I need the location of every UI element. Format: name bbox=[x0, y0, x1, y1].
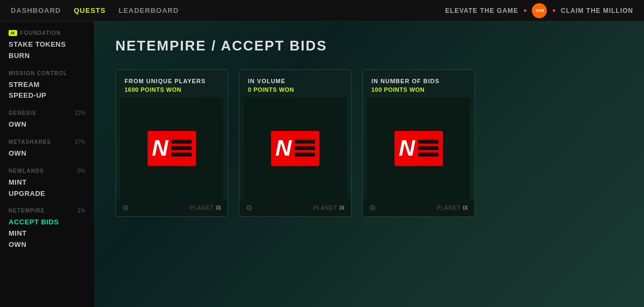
nav-quests[interactable]: QUESTS bbox=[74, 6, 106, 14]
card-header-1: FROM UNIQUE PLAYERS 1600 POINTS WON bbox=[116, 70, 228, 97]
n-logo-1: N bbox=[148, 131, 196, 166]
card-category-3: IN NUMBER OF BIDS bbox=[371, 77, 466, 85]
sidebar-link-newlands-upgrade[interactable]: UPGRADE bbox=[9, 188, 85, 200]
planet-text-2: PLANET bbox=[313, 205, 338, 211]
card-image-1: N bbox=[120, 97, 223, 199]
sidebar-link-metashares-own[interactable]: OWN bbox=[9, 148, 85, 159]
planet-text-1: PLANET bbox=[190, 205, 214, 211]
planet-text-3: PLANET bbox=[437, 205, 461, 211]
dot-icon-2: • bbox=[552, 6, 555, 16]
nav-leaderboard[interactable]: LEADERBOARD bbox=[119, 6, 179, 14]
section-percent-metashares: 27% bbox=[75, 139, 85, 145]
n-logo-2: N bbox=[271, 131, 319, 166]
section-header-genesis: GENESIS 22% bbox=[9, 110, 85, 116]
card-points-2: 0 POINTS WON bbox=[248, 86, 342, 93]
sidebar-link-stream[interactable]: STREAM bbox=[9, 79, 85, 91]
section-title-netempire: NETEMPIRE bbox=[9, 208, 45, 214]
quest-card-volume: IN VOLUME 0 POINTS WON N ⚙ bbox=[239, 69, 352, 217]
section-header-netempire: NETEMPIRE 1% bbox=[9, 208, 85, 214]
card-footer-icon-2: ⚙ bbox=[246, 203, 253, 212]
section-title-newlands: NEWLANDS bbox=[9, 168, 44, 174]
n-line-3c bbox=[418, 153, 438, 157]
card-image-3: N bbox=[367, 97, 470, 199]
card-header-2: IN VOLUME 0 POINTS WON bbox=[239, 70, 351, 97]
planet-ix-brand-2: PLANET IX bbox=[313, 205, 345, 211]
card-category-2: IN VOLUME bbox=[248, 77, 342, 85]
section-percent-genesis: 22% bbox=[75, 110, 85, 116]
section-header-foundation: IX FOUNDATION bbox=[9, 30, 85, 36]
ix-text-2: IX bbox=[338, 205, 345, 211]
card-footer-icon-3: ⚙ bbox=[369, 203, 376, 212]
sidebar-section-metashares: METASHARES 27% OWN bbox=[0, 139, 94, 159]
section-header-metashares: METASHARES 27% bbox=[9, 139, 85, 145]
n-letter-1: N bbox=[152, 137, 168, 159]
nav-left: DASHBOARD QUESTS LEADERBOARD bbox=[11, 6, 179, 14]
sidebar-link-netempire-own[interactable]: OWN bbox=[9, 239, 85, 251]
n-line-2a bbox=[295, 140, 315, 144]
card-points-3: 100 POINTS WON bbox=[371, 86, 466, 93]
sidebar-link-newlands-mint[interactable]: MINT bbox=[9, 177, 85, 188]
quest-card-num-bids: IN NUMBER OF BIDS 100 POINTS WON N ⚙ bbox=[362, 69, 475, 217]
card-category-1: FROM UNIQUE PLAYERS bbox=[125, 77, 219, 85]
sidebar-link-burn[interactable]: BURN bbox=[9, 50, 85, 62]
card-header-3: IN NUMBER OF BIDS 100 POINTS WON bbox=[363, 70, 474, 97]
n-lines-2 bbox=[295, 140, 315, 157]
sidebar-section-foundation: IX FOUNDATION STAKE TOKENS BURN bbox=[0, 30, 94, 62]
section-title-genesis: GENESIS bbox=[9, 110, 36, 116]
sidebar: IX FOUNDATION STAKE TOKENS BURN MISSION … bbox=[0, 21, 94, 307]
card-image-2: N bbox=[244, 97, 347, 199]
sidebar-section-genesis: GENESIS 22% OWN bbox=[0, 110, 94, 130]
section-percent-newlands: 0% bbox=[78, 168, 85, 174]
n-logo-3: N bbox=[394, 131, 443, 166]
planet-ix-brand-1: PLANET IX bbox=[190, 205, 221, 211]
card-points-1: 1600 POINTS WON bbox=[125, 86, 219, 93]
card-footer-2: ⚙ PLANET IX bbox=[239, 199, 351, 216]
n-line-3a bbox=[418, 140, 438, 144]
n-lines-3 bbox=[418, 140, 438, 157]
sidebar-link-speedup[interactable]: SPEED-UP bbox=[9, 90, 85, 101]
ix-badge: IX bbox=[9, 30, 17, 36]
n-line-2b bbox=[295, 147, 315, 150]
n-line-2c bbox=[295, 153, 315, 157]
section-title-foundation: FOUNDATION bbox=[20, 30, 61, 36]
sidebar-link-netempire-mint[interactable]: MINT bbox=[9, 228, 85, 239]
nav-dashboard[interactable]: DASHBOARD bbox=[11, 6, 61, 14]
sidebar-link-stake-tokens[interactable]: STAKE TOKENS bbox=[9, 39, 85, 50]
section-header-mission: MISSION CONTROL bbox=[9, 70, 85, 76]
card-footer-icon-1: ⚙ bbox=[122, 203, 129, 212]
top-nav: DASHBOARD QUESTS LEADERBOARD ELEVATE THE… bbox=[0, 0, 644, 21]
section-title-mission: MISSION CONTROL bbox=[9, 70, 67, 76]
n-lines-1 bbox=[171, 140, 192, 157]
card-footer-1: ⚙ PLANET IX bbox=[116, 199, 228, 216]
sidebar-section-mission: MISSION CONTROL STREAM SPEED-UP bbox=[0, 70, 94, 102]
main-layout: IX FOUNDATION STAKE TOKENS BURN MISSION … bbox=[0, 21, 644, 307]
claim-text[interactable]: CLAIM THE MILLION bbox=[561, 7, 633, 14]
n-letter-3: N bbox=[399, 137, 415, 159]
nav-right: ELEVATE THE GAME • 10M • CLAIM THE MILLI… bbox=[445, 3, 633, 18]
ix-text-3: IX bbox=[462, 205, 468, 211]
n-line-3b bbox=[418, 147, 438, 150]
logo-text: 10M bbox=[536, 8, 544, 13]
section-header-newlands: NEWLANDS 0% bbox=[9, 168, 85, 174]
quest-card-unique-players: FROM UNIQUE PLAYERS 1600 POINTS WON N ⚙ bbox=[115, 69, 228, 217]
cards-grid: FROM UNIQUE PLAYERS 1600 POINTS WON N ⚙ bbox=[115, 69, 623, 217]
sidebar-section-newlands: NEWLANDS 0% MINT UPGRADE bbox=[0, 168, 94, 200]
planet-ix-brand-3: PLANET IX bbox=[437, 205, 468, 211]
n-line-1a bbox=[171, 140, 192, 144]
page-title: NETEMPIRE / ACCEPT BIDS bbox=[115, 38, 623, 54]
ix-text-1: IX bbox=[215, 205, 221, 211]
card-footer-3: ⚙ PLANET IX bbox=[363, 199, 474, 216]
sidebar-link-genesis-own[interactable]: OWN bbox=[9, 119, 85, 130]
dot-icon: • bbox=[524, 6, 527, 16]
content-area: NETEMPIRE / ACCEPT BIDS FROM UNIQUE PLAY… bbox=[94, 21, 644, 307]
section-title-metashares: METASHARES bbox=[9, 139, 51, 145]
sidebar-section-netempire: NETEMPIRE 1% ACCEPT BIDS MINT OWN bbox=[0, 208, 94, 250]
n-line-1b bbox=[171, 147, 192, 150]
logo-badge: 10M bbox=[532, 3, 547, 18]
n-line-1c bbox=[171, 153, 192, 157]
elevate-text: ELEVATE THE GAME bbox=[445, 7, 518, 14]
n-letter-2: N bbox=[275, 137, 291, 159]
section-percent-netempire: 1% bbox=[78, 208, 85, 214]
sidebar-link-accept-bids[interactable]: ACCEPT BIDS bbox=[9, 217, 85, 228]
